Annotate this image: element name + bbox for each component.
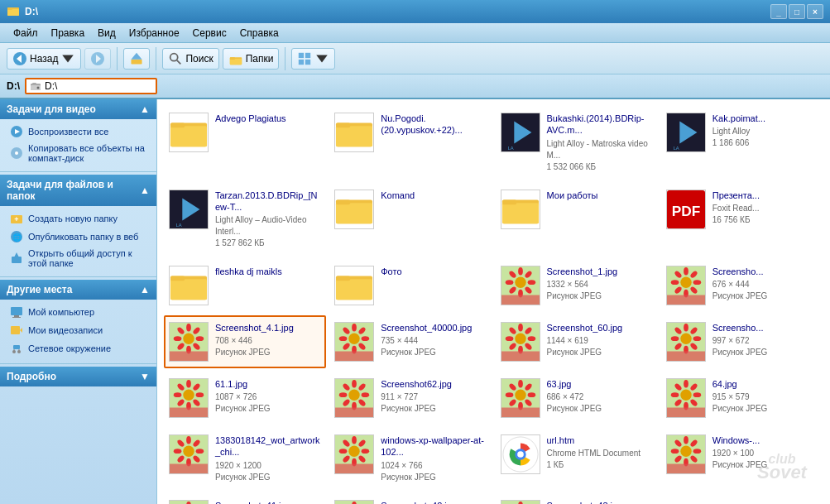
file-thumb — [334, 113, 374, 152]
menu-file[interactable]: Файл — [7, 26, 45, 41]
file-item[interactable]: Screensho... 997 × 672Рисунок JPEG — [661, 315, 823, 368]
svg-rect-17 — [299, 59, 304, 64]
minimize-button[interactable]: _ — [770, 4, 787, 19]
file-item[interactable]: Screenshot_60.jpg 1144 × 619Рисунок JPEG — [496, 315, 658, 368]
file-item[interactable]: Мои работы — [496, 183, 658, 257]
menu-tools[interactable]: Сервис — [186, 26, 233, 41]
menu-edit[interactable]: Правка — [45, 26, 92, 41]
folders-button[interactable]: Папки — [223, 48, 280, 70]
sidebar-item-share[interactable]: Открыть общий доступ к этой папке — [0, 246, 156, 271]
svg-rect-171 — [501, 408, 540, 418]
svg-rect-69 — [170, 276, 185, 281]
svg-point-75 — [527, 280, 535, 285]
menu-view[interactable]: Вид — [91, 26, 122, 41]
svg-point-210 — [693, 449, 701, 454]
address-input[interactable]: D:\ — [25, 78, 157, 94]
svg-rect-1 — [7, 9, 19, 16]
cd-icon — [10, 146, 23, 160]
sidebar-item-play-all[interactable]: Воспроизвести все — [0, 122, 156, 141]
menu-favorites[interactable]: Избранное — [122, 26, 186, 41]
file-thumb — [169, 434, 209, 474]
sidebar-item-new-folder[interactable]: + Создать новую папку — [0, 209, 156, 228]
svg-marker-19 — [317, 55, 329, 62]
back-button[interactable]: Назад — [7, 48, 81, 70]
svg-rect-32 — [12, 257, 22, 263]
sidebar-item-my-computer[interactable]: Мой компьютер — [0, 303, 156, 321]
file-item[interactable]: PDF Презента... Foxit Read...16 756 КБ — [661, 183, 823, 257]
svg-point-81 — [518, 267, 523, 276]
menu-bar: Файл Правка Вид Избранное Сервис Справка — [0, 23, 830, 43]
file-item[interactable]: windows-xp-wallpaper-at-102... 1024 × 76… — [329, 428, 492, 490]
file-item[interactable]: Screenshot_40000.jpg 735 × 444Рисунок JP… — [329, 315, 492, 368]
file-name: Screenshot62.jpg — [381, 378, 487, 390]
file-item[interactable]: fleshka dj maikls — [164, 259, 326, 312]
file-meta: 1332 × 564Рисунок JPEG — [547, 279, 653, 302]
search-button[interactable]: Поиск — [162, 48, 218, 70]
svg-point-123 — [505, 336, 513, 341]
svg-point-92 — [684, 267, 688, 276]
file-meta: 1087 × 726Рисунок JPEG — [215, 391, 321, 415]
file-item[interactable]: Screenshot_41.jpg 763 × 467Рисунок JPEG — [164, 493, 326, 504]
file-item[interactable]: Screenshot62.jpg 911 × 727Рисунок JPEG — [329, 372, 492, 425]
svg-point-207 — [517, 451, 524, 458]
file-meta: 735 × 444Рисунок JPEG — [381, 335, 487, 358]
file-info: 63.jpg 686 × 472Рисунок JPEG — [547, 378, 653, 415]
svg-point-86 — [693, 280, 701, 285]
view-button[interactable] — [291, 48, 335, 70]
file-item[interactable]: Advego Plagiatus — [164, 106, 326, 180]
up-button[interactable] — [123, 48, 150, 70]
sidebar-item-network[interactable]: Сетевое окружение — [0, 339, 156, 358]
file-info: Screenshot_41.jpg 763 × 467Рисунок JPEG — [215, 500, 321, 504]
sidebar-section-video[interactable]: Задачи для видео ▲ — [0, 99, 156, 119]
file-meta: 676 × 444Рисунок JPEG — [712, 279, 818, 302]
svg-rect-204 — [335, 464, 373, 474]
svg-point-114 — [352, 324, 357, 332]
file-item[interactable]: Komand — [329, 183, 492, 257]
sidebar-section-files[interactable]: Задачи для файлов и папок ▲ — [0, 175, 156, 206]
sidebar: Задачи для видео ▲ Воспроизвести все Коп… — [0, 99, 157, 504]
file-item[interactable]: Screenshot_1.jpg 1332 × 564Рисунок JPEG — [496, 259, 658, 312]
file-thumb — [334, 378, 374, 418]
sidebar-section-details[interactable]: Подробно ▼ — [0, 367, 156, 386]
file-item[interactable]: url.htm Chrome HTML Document1 КБ — [496, 428, 658, 490]
file-item[interactable]: Nu.Pogodi.(20.vypuskov.+22)... — [329, 106, 492, 180]
forward-button[interactable] — [84, 48, 111, 70]
file-item[interactable]: LA Tarzan.2013.D.BDRip_[New-T... Light A… — [164, 183, 326, 257]
file-item[interactable]: 1383018142_wot_artwork_chi... 1920 × 120… — [164, 428, 326, 490]
sidebar-item-publish-web[interactable]: 🌐 Опубликовать папку в веб — [0, 228, 156, 246]
file-item[interactable]: 61.1.jpg 1087 × 726Рисунок JPEG — [164, 372, 326, 425]
sidebar-section-places[interactable]: Другие места ▲ — [0, 280, 156, 300]
file-item[interactable]: LA Kak.poimat... Light Alloy1 186 606 — [661, 106, 823, 180]
svg-point-108 — [362, 336, 370, 341]
file-item[interactable]: Screenshot_43.jpg 934 × 550Рисунок JPEG — [496, 493, 658, 504]
file-item[interactable]: Фото — [329, 259, 492, 312]
file-name: Kak.poimat... — [712, 113, 818, 124]
svg-marker-33 — [14, 252, 19, 257]
sidebar-item-copy-cd[interactable]: Копировать все объекты на компакт-диск — [0, 141, 156, 166]
play-icon — [10, 125, 23, 138]
close-button[interactable]: × — [807, 4, 823, 19]
menu-help[interactable]: Справка — [233, 26, 285, 41]
file-name: Bukashki.(2014).BDRip-AVC.m... — [547, 113, 653, 137]
sidebar-item-my-videos[interactable]: Мои видеозаписи — [0, 321, 156, 339]
file-area[interactable]: Advego Plagiatus Nu.Pogodi.(20.vypuskov.… — [157, 99, 830, 504]
file-item[interactable]: 63.jpg 686 × 472Рисунок JPEG — [496, 372, 658, 425]
file-thumb — [169, 113, 209, 152]
file-info: Screenshot62.jpg 911 × 727Рисунок JPEG — [381, 378, 487, 415]
sidebar-section-video-chevron: ▲ — [140, 103, 150, 115]
sidebar-item-my-videos-label: Мои видеозаписи — [28, 325, 103, 335]
file-name: Screenshot_1.jpg — [547, 266, 653, 277]
file-item[interactable]: LA Bukashki.(2014).BDRip-AVC.m... Light … — [496, 106, 658, 180]
maximize-button[interactable]: □ — [789, 4, 805, 19]
file-item[interactable]: Screenshot_4.1.jpg 708 × 446Рисунок JPEG — [164, 315, 326, 368]
svg-point-27 — [15, 151, 18, 155]
file-name: Мои работы — [547, 190, 653, 201]
file-item[interactable]: Screenshot_42.jpg 723 × 461Рисунок JPEG — [329, 493, 492, 504]
svg-point-90 — [671, 280, 679, 285]
file-item[interactable]: Screensho... 676 × 444Рисунок JPEG — [661, 259, 823, 312]
file-item[interactable]: 64.jpg 915 × 579Рисунок JPEG — [661, 372, 823, 425]
new-folder-icon: + — [10, 212, 23, 225]
file-meta: 997 × 672Рисунок JPEG — [712, 335, 818, 358]
svg-rect-15 — [299, 52, 304, 57]
file-info: Bukashki.(2014).BDRip-AVC.m... Light All… — [547, 113, 653, 173]
